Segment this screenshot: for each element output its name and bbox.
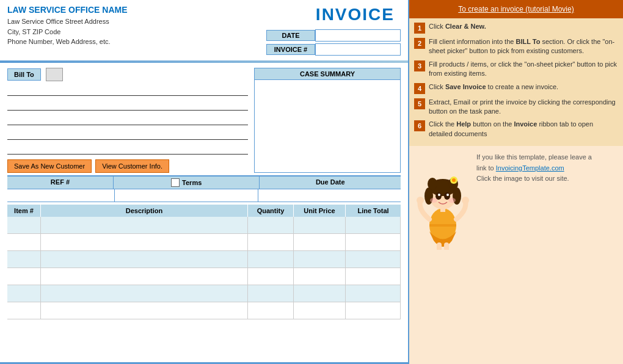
item-cell[interactable] — [248, 285, 294, 302]
step-number: 2 — [414, 38, 425, 49]
step-number: 3 — [414, 60, 425, 71]
svg-point-16 — [417, 197, 424, 204]
item-cell[interactable] — [41, 251, 248, 268]
item-cell[interactable] — [248, 234, 294, 251]
case-summary-body[interactable] — [254, 80, 401, 173]
col-header-description: Description — [41, 205, 248, 217]
table-row — [7, 251, 401, 268]
items-table: Item # Description Quantity Unit Price L… — [0, 205, 408, 362]
item-cell[interactable] — [248, 251, 294, 268]
terms-label: Terms — [182, 179, 202, 186]
invoice-title: INVOICE — [316, 5, 395, 24]
promo-link[interactable]: InvoicingTemplate.com — [496, 164, 564, 172]
svg-rect-19 — [444, 242, 449, 250]
date-input[interactable] — [315, 29, 401, 42]
table-row — [7, 217, 401, 234]
item-cell[interactable] — [346, 302, 401, 319]
table-row — [7, 302, 401, 319]
svg-point-6 — [428, 178, 437, 190]
step-row: 2Fill client information into the BILL T… — [414, 37, 618, 56]
svg-rect-18 — [437, 242, 442, 250]
company-name: LAW SERVICE OFFICE NAME — [7, 5, 128, 15]
ref-label: REF # — [7, 177, 114, 189]
table-row — [7, 285, 401, 302]
promo-text-2: Click the image to visit our site. — [476, 173, 592, 184]
due-date-value-cell[interactable] — [258, 189, 401, 202]
item-cell[interactable] — [41, 268, 248, 285]
header-separator — [0, 60, 408, 63]
svg-point-13 — [446, 194, 449, 196]
promo-text-link[interactable]: link to InvoicingTemplate.com — [476, 163, 592, 174]
item-cell[interactable] — [41, 217, 248, 234]
item-cell[interactable] — [7, 251, 41, 268]
item-cell[interactable] — [346, 217, 401, 234]
terms-value-cell[interactable] — [115, 189, 258, 202]
step-text: Click Clear & New. — [429, 22, 486, 31]
item-cell[interactable] — [248, 302, 294, 319]
item-cell[interactable] — [248, 268, 294, 285]
ref-value-cell[interactable] — [7, 189, 115, 202]
item-cell[interactable] — [294, 217, 346, 234]
character-image[interactable] — [415, 152, 470, 252]
item-cell[interactable] — [294, 302, 346, 319]
item-cell[interactable] — [7, 234, 41, 251]
bill-to-picker-button[interactable] — [46, 68, 63, 81]
promo-text-1: If you like this template, please leave … — [476, 152, 592, 163]
svg-point-15 — [448, 198, 456, 203]
item-cell[interactable] — [294, 251, 346, 268]
steps-section: 1Click Clear & New.2Fill client informat… — [409, 18, 623, 146]
step-text: Fill products / items, or click the "on-… — [429, 60, 618, 79]
company-address2: City, ST ZIP Code — [7, 27, 128, 37]
invoice-num-label: INVOICE # — [266, 44, 315, 55]
save-new-customer-button[interactable]: Save As New Customer — [7, 159, 92, 173]
item-cell[interactable] — [294, 285, 346, 302]
item-cell[interactable] — [7, 217, 41, 234]
item-cell[interactable] — [41, 285, 248, 302]
date-invoice-section: DATE INVOICE # — [266, 29, 401, 56]
view-customer-info-button[interactable]: View Customer Info. — [95, 159, 169, 173]
item-cell[interactable] — [7, 268, 41, 285]
company-address3: Phone Number, Web Address, etc. — [7, 37, 128, 47]
item-cell[interactable] — [7, 302, 41, 319]
bill-line-3 — [7, 114, 248, 125]
bill-to-button[interactable]: Bill To — [7, 68, 41, 81]
table-row — [7, 234, 401, 251]
item-cell[interactable] — [7, 285, 41, 302]
step-row: 6Click the Help button on the Invoice ri… — [414, 120, 618, 139]
date-label: DATE — [266, 30, 315, 41]
item-cell[interactable] — [294, 234, 346, 251]
item-cell[interactable] — [41, 302, 248, 319]
item-rows-container — [7, 217, 401, 319]
item-cell[interactable] — [346, 234, 401, 251]
bill-to-lines — [7, 85, 248, 155]
step-text: Fill client information into the BILL To… — [429, 37, 618, 56]
svg-point-12 — [438, 194, 440, 196]
character-section: If you like this template, please leave … — [409, 146, 623, 364]
item-cell[interactable] — [346, 251, 401, 268]
svg-rect-22 — [429, 224, 456, 227]
invoice-num-input[interactable] — [315, 43, 401, 56]
step-row: 4Click Save Invoice to create a new invo… — [414, 82, 618, 94]
item-cell[interactable] — [294, 268, 346, 285]
step-row: 5Extract, Email or print the invoice by … — [414, 98, 618, 117]
step-text: Extract, Email or print the invoice by c… — [429, 98, 618, 117]
item-cell[interactable] — [346, 285, 401, 302]
item-cell[interactable] — [248, 217, 294, 234]
tutorial-link[interactable]: To create an invoice (tutorial Movie) — [458, 5, 574, 13]
step-text: Click Save Invoice to create a new invoi… — [429, 82, 558, 92]
terms-checkbox[interactable] — [171, 178, 180, 187]
step-number: 5 — [414, 98, 425, 109]
bill-to-area: Bill To Save As New Customer View Custom… — [7, 68, 248, 173]
tutorial-link-area[interactable]: To create an invoice (tutorial Movie) — [409, 0, 623, 18]
item-cell[interactable] — [41, 234, 248, 251]
company-info-block: LAW SERVICE OFFICE NAME Law Service Offi… — [7, 5, 128, 47]
bill-line-4 — [7, 129, 248, 140]
terms-cell: Terms — [114, 177, 260, 189]
svg-point-10 — [435, 192, 442, 200]
case-summary-area: CASE SUMMARY — [254, 68, 401, 173]
bill-line-2 — [7, 100, 248, 111]
item-cell[interactable] — [346, 268, 401, 285]
due-date-label: Due Date — [260, 177, 401, 189]
step-row: 1Click Clear & New. — [414, 22, 618, 34]
sidebar: To create an invoice (tutorial Movie) 1C… — [409, 0, 623, 364]
